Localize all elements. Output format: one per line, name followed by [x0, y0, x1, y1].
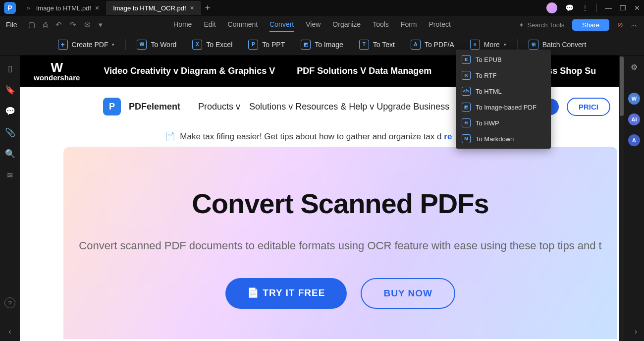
- pe-products[interactable]: Products v: [198, 102, 240, 112]
- window-controls: 💬 ⋮ — ❐ ✕: [546, 2, 640, 13]
- search-icon[interactable]: 🔍: [5, 149, 15, 159]
- separator: [596, 3, 597, 12]
- menu-comment[interactable]: Comment: [228, 17, 258, 32]
- close-icon[interactable]: ×: [190, 4, 194, 12]
- wondershare-logo: W wondershare: [34, 61, 80, 81]
- mail-icon[interactable]: ✉: [81, 20, 94, 29]
- pdfelement-logo-icon: P: [103, 98, 121, 115]
- search-tools-label: Search Tools: [527, 21, 564, 29]
- create-pdf-label: Create PDF: [72, 41, 108, 49]
- to-excel-button[interactable]: XTo Excel: [187, 37, 237, 53]
- ws-nav-1[interactable]: Video Creativity v Diagram & Graphics V: [104, 66, 275, 76]
- to-pdfa-label: To PDF/A: [425, 41, 454, 49]
- search-tools[interactable]: ✦ Search Tools: [519, 21, 564, 29]
- hwp-icon: H: [462, 118, 471, 127]
- to-word-label: To Word: [151, 41, 176, 49]
- more-label: More: [484, 41, 500, 49]
- dd-to-html[interactable]: </>To HTML: [456, 83, 551, 99]
- to-text-button[interactable]: TTo Text: [354, 37, 400, 53]
- dd-label: To RTF: [476, 72, 496, 79]
- bookmark-icon[interactable]: 🔖: [5, 85, 15, 95]
- tab-2[interactable]: Image to HTML_OCR.pdf ×: [106, 1, 201, 15]
- close-window-icon[interactable]: ✕: [634, 4, 640, 12]
- minimize-icon[interactable]: —: [605, 4, 612, 12]
- tab-chevrons-icon: »: [27, 4, 30, 11]
- html-icon: </>: [462, 87, 471, 96]
- dd-to-rtf[interactable]: RTo RTF: [456, 67, 551, 83]
- properties-icon[interactable]: ⚙: [631, 62, 638, 72]
- menu-convert[interactable]: Convert: [269, 17, 294, 32]
- create-pdf-button[interactable]: + Create PDF ▾: [53, 37, 120, 53]
- attachment-icon[interactable]: 📎: [5, 127, 15, 138]
- menu-view[interactable]: View: [306, 17, 321, 32]
- ai-badge-icon[interactable]: AI: [628, 114, 640, 125]
- comment-icon[interactable]: 💬: [5, 106, 15, 116]
- tab-2-title: Image to HTML_OCR.pdf: [113, 4, 186, 12]
- to-pdfa-button[interactable]: ATo PDF/A: [406, 37, 459, 53]
- kebab-menu-icon[interactable]: ⋮: [582, 4, 589, 12]
- dd-label: To HTML: [476, 88, 502, 95]
- collapse-ribbon-icon[interactable]: ︿: [631, 20, 638, 29]
- chat-icon[interactable]: 💬: [565, 4, 574, 12]
- left-rail: ▯ 🔖 💬 📎 🔍 ≋ ? ‹: [0, 56, 20, 341]
- assistant-badge-icon[interactable]: A: [628, 134, 640, 146]
- word-badge-icon[interactable]: W: [628, 93, 640, 105]
- dropdown-icon[interactable]: ▾: [96, 20, 106, 29]
- more-icon: ≡: [470, 40, 480, 50]
- dd-to-epub[interactable]: ETo EPUB: [456, 52, 551, 67]
- help-icon[interactable]: ?: [4, 297, 15, 308]
- separator: [517, 39, 518, 50]
- redo-icon[interactable]: ↷: [67, 20, 79, 29]
- cloud-off-icon[interactable]: ⊘: [617, 21, 623, 29]
- banner-link-re[interactable]: re: [444, 132, 452, 141]
- logo-text: wondershare: [34, 74, 80, 81]
- pricing-button[interactable]: PRICI: [567, 98, 610, 116]
- close-icon[interactable]: ×: [95, 4, 99, 12]
- to-image-button[interactable]: ◩To Image: [296, 37, 348, 53]
- dd-label: To HWP: [476, 119, 499, 127]
- try-free-button[interactable]: 📄 TRY IT FREE: [225, 278, 347, 309]
- new-tab-button[interactable]: +: [201, 3, 215, 13]
- dd-to-hwp[interactable]: HTo HWP: [456, 115, 551, 131]
- menu-organize[interactable]: Organize: [332, 17, 361, 32]
- tab-1[interactable]: » Image to HTML.pdf ×: [20, 1, 106, 15]
- dd-label: To Markdown: [476, 135, 514, 143]
- image-icon: ◩: [301, 40, 311, 50]
- print-icon[interactable]: ⎙: [40, 21, 51, 29]
- chevron-down-icon: ▾: [112, 42, 114, 47]
- vertical-scrollbar[interactable]: [619, 56, 624, 341]
- scroll-thumb[interactable]: [620, 57, 624, 116]
- maximize-icon[interactable]: ❐: [620, 4, 626, 12]
- menu-tools[interactable]: Tools: [373, 17, 389, 32]
- dd-to-image-pdf[interactable]: ◩To Image-based PDF: [456, 99, 551, 115]
- logo-letter: W: [51, 61, 63, 74]
- buy-now-button[interactable]: BUY NOW: [361, 278, 455, 309]
- menu-form[interactable]: Form: [401, 17, 417, 32]
- to-text-label: To Text: [373, 41, 395, 49]
- sparkle-icon: ✦: [519, 21, 524, 29]
- batch-icon: ⊞: [529, 40, 538, 50]
- dd-to-markdown[interactable]: MTo Markdown: [456, 131, 551, 147]
- to-excel-label: To Excel: [206, 41, 232, 49]
- file-menu[interactable]: File: [6, 21, 17, 29]
- menu-protect[interactable]: Protect: [429, 17, 451, 32]
- next-page-icon[interactable]: ›: [635, 327, 637, 336]
- share-button[interactable]: Share: [572, 19, 609, 31]
- ws-nav-2[interactable]: PDF Solutions V Data Managem: [297, 66, 431, 76]
- layers-icon[interactable]: ≋: [6, 170, 13, 180]
- to-word-button[interactable]: WTo Word: [132, 37, 181, 53]
- dd-label: To Image-based PDF: [476, 104, 537, 111]
- menu-edit[interactable]: Edit: [204, 17, 215, 32]
- user-avatar[interactable]: [546, 2, 557, 13]
- pe-solutions[interactable]: Solutions v Resources & Help v Upgrade B…: [249, 102, 449, 112]
- text-icon: T: [359, 40, 369, 50]
- undo-icon[interactable]: ↶: [53, 20, 65, 29]
- menu-home[interactable]: Home: [173, 17, 192, 32]
- md-icon: M: [462, 134, 471, 143]
- menubar: File ▢ ⎙ ↶ ↷ ✉ ▾ Home Edit Comment Conve…: [0, 16, 644, 34]
- plus-doc-icon: +: [58, 40, 68, 50]
- save-icon[interactable]: ▢: [25, 20, 38, 29]
- prev-page-icon[interactable]: ‹: [8, 327, 11, 336]
- to-ppt-button[interactable]: PTo PPT: [243, 37, 290, 53]
- thumbnail-icon[interactable]: ▯: [8, 63, 12, 74]
